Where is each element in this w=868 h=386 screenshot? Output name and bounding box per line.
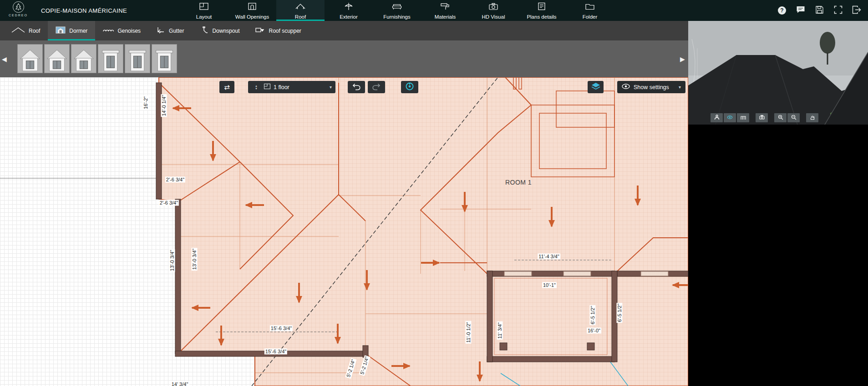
zoom-in-button[interactable] xyxy=(774,113,787,122)
dormer-thumbnail-6[interactable] xyxy=(152,44,177,73)
compass-tool-button[interactable] xyxy=(401,81,418,93)
chevron-down-icon: ▾ xyxy=(330,85,332,90)
tool-dormer[interactable]: Dormer xyxy=(48,21,95,40)
camera-button[interactable] xyxy=(756,113,768,122)
tab-furnishings[interactable]: Furnishings xyxy=(373,0,421,21)
dormer-thumbnail-2[interactable] xyxy=(44,44,70,73)
tool-downspout[interactable]: Downspout xyxy=(192,21,247,40)
dimension-label: 2'-6 3/4" xyxy=(165,177,185,183)
tab-hd-visual[interactable]: HD Visual xyxy=(469,0,518,21)
walls-icon xyxy=(741,114,746,122)
floor-selector[interactable]: ▲ ▼ 1 floor ▾ xyxy=(248,81,335,93)
roof-tool-icon xyxy=(11,26,25,35)
exit-button[interactable] xyxy=(852,5,862,15)
roof-toolbar: Roof Dormer Genoises Gutter Downspout Ro… xyxy=(0,21,688,40)
show-settings-button[interactable]: Show settings ▾ xyxy=(617,81,685,93)
tab-wall-openings[interactable]: Wall Openings xyxy=(228,0,276,21)
zoom-in-icon xyxy=(778,114,783,122)
dormer-tool-icon xyxy=(56,26,66,35)
top-bar: CEDREO COPIE-MAISON AMÉRICAINE Layout Wa… xyxy=(0,0,868,21)
floor-selector-value: 1 floor xyxy=(271,84,330,90)
genoises-icon xyxy=(103,26,114,35)
3d-preview-render xyxy=(688,21,868,125)
right-panel xyxy=(688,21,868,386)
dimension-label: 16'-0" xyxy=(587,328,601,334)
dimension-label: 6'-5 1/2" xyxy=(590,305,596,325)
eye-icon xyxy=(727,114,733,122)
materials-icon xyxy=(440,2,451,13)
dimension-label: 14'-0 1/4" xyxy=(161,94,167,117)
exit-icon xyxy=(852,5,861,16)
undo-button[interactable] xyxy=(348,81,365,93)
dormer-thumbnails xyxy=(17,44,177,73)
tool-roof-scupper[interactable]: Roof scupper xyxy=(247,21,309,40)
top-actions: ? xyxy=(777,0,862,21)
dimension-label: 15'-6 3/4" xyxy=(270,326,293,331)
save-button[interactable] xyxy=(814,5,824,15)
layers-icon xyxy=(591,82,600,92)
thumbnails-prev-arrow[interactable]: ◀ xyxy=(2,56,7,62)
dormer-thumbnail-1[interactable] xyxy=(17,44,43,73)
tool-roof[interactable]: Roof xyxy=(4,21,48,40)
walkthrough-button[interactable] xyxy=(711,113,723,122)
fullscreen-icon xyxy=(834,5,843,16)
chat-icon xyxy=(796,5,805,15)
chevron-down-icon: ▾ xyxy=(679,85,681,90)
cedreo-logo[interactable]: CEDREO xyxy=(4,1,33,17)
floor-plan-canvas[interactable]: 16'-2" 14'-0 1/4" 2'-6 3/4" 2'-6 3/4" 13… xyxy=(0,77,688,386)
plans-details-icon xyxy=(536,2,547,13)
roof-icon xyxy=(295,2,306,13)
tree-logo-icon xyxy=(13,1,24,13)
view-mode-button[interactable] xyxy=(724,113,736,122)
compass-icon xyxy=(405,82,414,92)
gutter-icon xyxy=(156,26,165,35)
tab-plans-details[interactable]: Plans details xyxy=(518,0,566,21)
walls-height-button[interactable] xyxy=(737,113,749,122)
main-nav: Layout Wall Openings Roof Exterior Furni… xyxy=(180,0,614,21)
layers-button[interactable] xyxy=(588,81,604,93)
camera-icon xyxy=(759,114,765,122)
redo-icon xyxy=(372,83,381,92)
roof-plan-area xyxy=(159,77,688,386)
eye-icon xyxy=(622,84,630,90)
folder-icon xyxy=(584,2,595,13)
floor-icon xyxy=(264,83,271,91)
undo-icon xyxy=(352,83,361,92)
zoom-out-button[interactable] xyxy=(787,113,800,122)
tab-folder[interactable]: Folder xyxy=(566,0,614,21)
furnishings-icon xyxy=(391,2,402,13)
tool-genoises[interactable]: Genoises xyxy=(95,21,148,40)
tool-gutter[interactable]: Gutter xyxy=(148,21,192,40)
tab-exterior[interactable]: Exterior xyxy=(325,0,373,21)
preview-toolbar xyxy=(711,113,819,122)
dimension-label: 13'-0 3/4" xyxy=(169,249,175,272)
dormer-thumbnail-4[interactable] xyxy=(98,44,123,73)
dimension-label: 13'-0 3/4" xyxy=(192,248,198,271)
tab-materials[interactable]: Materials xyxy=(421,0,469,21)
floor-plan-svg[interactable] xyxy=(0,77,688,386)
thumbnails-next-arrow[interactable]: ▶ xyxy=(680,56,685,62)
dormer-thumbnail-5[interactable] xyxy=(125,44,150,73)
tab-roof[interactable]: Roof xyxy=(276,0,325,21)
panel-empty-area xyxy=(688,125,868,386)
swap-roof-button[interactable]: ⇄ xyxy=(219,81,234,93)
redo-button[interactable] xyxy=(368,81,385,93)
hand-icon xyxy=(810,114,815,122)
dimension-label: 6'-5 1/2" xyxy=(617,303,623,323)
floor-spinner[interactable]: ▲ ▼ xyxy=(252,85,261,90)
roof-scupper-icon xyxy=(255,26,265,35)
3d-preview[interactable] xyxy=(688,21,868,125)
help-button[interactable]: ? xyxy=(777,5,787,15)
swap-icon: ⇄ xyxy=(224,83,230,91)
dormer-thumbnail-3[interactable] xyxy=(71,44,96,73)
tab-layout[interactable]: Layout xyxy=(180,0,228,21)
dimension-label: 11' 3/4" xyxy=(497,321,503,340)
dimension-label: 16'-2" xyxy=(143,95,149,110)
hd-visual-icon xyxy=(488,2,499,13)
help-icon: ? xyxy=(778,6,786,15)
exterior-icon xyxy=(343,2,354,13)
fullscreen-button[interactable] xyxy=(833,5,843,15)
show-settings-label: Show settings xyxy=(634,84,675,90)
feedback-button[interactable] xyxy=(796,5,806,15)
pan-button[interactable] xyxy=(806,113,818,122)
